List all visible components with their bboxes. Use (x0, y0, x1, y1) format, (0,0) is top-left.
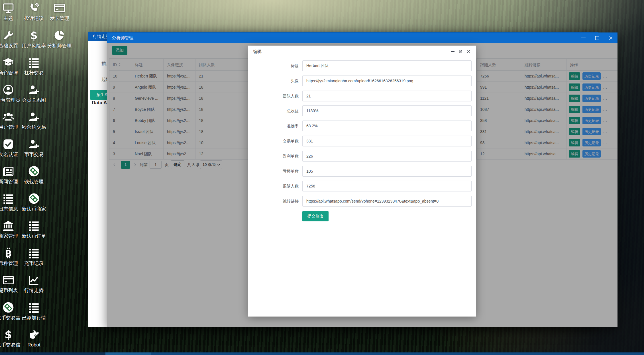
field-label: 亏损单数 (248, 166, 299, 177)
desktop-icon-admin[interactable]: 后台管理员 (0, 84, 21, 103)
desktop-icon-user-mgmt[interactable]: 用户管理 (0, 111, 21, 130)
desktop-icon-label: 后台管理员 (0, 97, 21, 103)
desktop-icon-label: 新闻管理 (0, 179, 21, 184)
desktop-icon-second-contract[interactable]: 秒合约交易 (21, 111, 47, 130)
taskbar[interactable] (0, 352, 644, 355)
desktop-icon-user-risk[interactable]: 用户风险率 (21, 30, 47, 48)
edit-dialog-titlebar[interactable]: 编辑 (248, 46, 476, 57)
field-label: 交易单数 (248, 136, 299, 146)
list-icon (28, 302, 40, 313)
desktop-icon-label: 充币记录 (21, 261, 47, 266)
field-label: 盈利单数 (248, 151, 299, 162)
field-team-size: 团队人数 (248, 91, 476, 101)
field-accuracy: 准确率 (248, 121, 476, 131)
field-label: 准确率 (248, 121, 299, 131)
chart-line-icon (28, 274, 40, 286)
desktop-icon-kyc[interactable]: 实名认证 (0, 138, 21, 157)
monitor-icon (3, 2, 14, 14)
desktop-icon-fiat-merchant[interactable]: 新法币商家 (21, 193, 47, 212)
desktop-icon-deposit-log[interactable]: 充币记录 (21, 247, 47, 266)
coin-logo-icon (28, 166, 40, 177)
title-input[interactable] (302, 60, 472, 71)
analyst-manager-titlebar[interactable]: 分析师管理 (107, 32, 617, 43)
credit-card-icon (3, 274, 14, 286)
loss-count-input[interactable] (302, 166, 472, 177)
minimize-icon (581, 38, 586, 38)
desktop-icon-basic-settings[interactable]: 基础设置 (0, 30, 21, 48)
desktop-icon-leverage-trade[interactable]: 杠杆交易 (21, 57, 47, 76)
maximize-button[interactable] (594, 32, 600, 43)
field-label: 总收益 (248, 105, 299, 116)
field-win-count: 盈利单数 (248, 151, 476, 162)
dialog-minimize-button[interactable] (451, 46, 458, 57)
desktop-icon-role-mgmt[interactable]: 角色管理 (0, 57, 21, 76)
desktop-icon-fiat-order[interactable]: 新法币订单 (21, 220, 47, 239)
close-button[interactable] (607, 32, 614, 43)
desktop-icon-coin-mgmt[interactable]: 币种管理 (0, 247, 21, 266)
close-icon (466, 49, 471, 54)
dialog-maximize-button[interactable] (458, 46, 465, 57)
wrench-icon (3, 30, 14, 41)
win-count-input[interactable] (302, 151, 472, 162)
desktop-icon-market-added[interactable]: 已添加行情 (21, 302, 47, 321)
desktop-icon-merchant-mgmt[interactable]: 商家管理 (0, 220, 21, 239)
total-profit-input[interactable] (302, 105, 472, 116)
list-icon (3, 193, 14, 204)
field-label: 跟随人数 (248, 181, 299, 191)
minimize-icon (451, 51, 455, 52)
desktop-icon-label: 钱包管理 (21, 179, 47, 184)
pie-chart-icon (54, 30, 65, 41)
desktop-icon-label: 行情走势 (21, 288, 47, 293)
dialog-close-button[interactable] (466, 46, 473, 57)
edit-dialog[interactable]: 编辑 标题 头像 团队人数 总收益 准确率 交易单数 盈利单数 亏损单数 跟随人… (248, 46, 476, 317)
desktop-icon-label: 用户风险率 (21, 43, 47, 48)
desktop-icon-fiat-trade-info[interactable]: 法币交易信 (0, 329, 21, 348)
desktop-icon-fiat-trade-need[interactable]: 法币交易需 (0, 302, 21, 321)
robot-hand-icon (28, 329, 40, 340)
desktop-icon-news[interactable]: 新闻管理 (0, 166, 21, 184)
desktop-icon-label: 新法币订单 (21, 233, 47, 239)
dollar-icon (28, 30, 40, 41)
desktop-icon-market-trend[interactable]: 行情走势 (21, 274, 47, 293)
desktop-icon-label: 用户管理 (0, 125, 21, 130)
desktop-icon-label: 基础设置 (0, 43, 21, 48)
desktop-icon-label: 实名认证 (0, 152, 21, 157)
data-analysis-text: Data A (92, 100, 107, 106)
submit-changes-button[interactable]: 提交修改 (302, 211, 329, 221)
followers-input[interactable] (302, 181, 472, 191)
window-title: 分析师管理 (107, 35, 133, 41)
desktop-icon-withdraw-list[interactable]: 提币列表 (0, 274, 21, 293)
desktop-icon-analyst-mgmt[interactable]: 分析师管理 (47, 30, 72, 48)
desktop-icon-theme[interactable]: 主题 (0, 2, 21, 21)
desktop-icon-label: 角色管理 (0, 70, 21, 76)
close-icon (609, 36, 613, 40)
field-label: 跳转链接 (248, 196, 299, 207)
user-plus-icon (28, 84, 40, 95)
popout-icon (458, 49, 463, 54)
field-label: 头像 (248, 76, 299, 86)
dollar-icon (3, 329, 14, 340)
avatar-input[interactable] (302, 76, 472, 86)
jump-link-input[interactable] (302, 196, 472, 207)
desktop-icon-label: 分析师管理 (47, 43, 72, 48)
accuracy-input[interactable] (302, 121, 472, 131)
desktop-icon-label: 法币交易信 (0, 342, 21, 348)
desktop-icon-robot[interactable]: Robot (21, 329, 47, 348)
desktop-icon-wallet[interactable]: 钱包管理 (21, 166, 47, 184)
bitcoin-icon (3, 247, 14, 259)
list-icon (28, 220, 40, 231)
desktop-icon-label: 币种管理 (0, 261, 21, 266)
desktop-icon-member-graph[interactable]: 会员关系图 (21, 84, 47, 103)
list-icon (28, 57, 40, 68)
team-size-input[interactable] (302, 91, 472, 101)
desktop-icon-label: 提币列表 (0, 288, 21, 293)
user-plus-icon (28, 138, 40, 150)
desktop-icon-card-issue[interactable]: 发卡管理 (47, 2, 72, 21)
minimize-button[interactable] (580, 32, 587, 43)
phone-icon (28, 2, 40, 14)
desktop-icon-coin-trade[interactable]: 币币交易 (21, 138, 47, 157)
desktop-icon-logs[interactable]: 日志信息 (0, 193, 21, 212)
trade-count-input[interactable] (302, 136, 472, 146)
desktop-icon-feedback[interactable]: 投诉建议 (21, 2, 47, 21)
field-jump-link: 跳转链接 (248, 196, 476, 207)
